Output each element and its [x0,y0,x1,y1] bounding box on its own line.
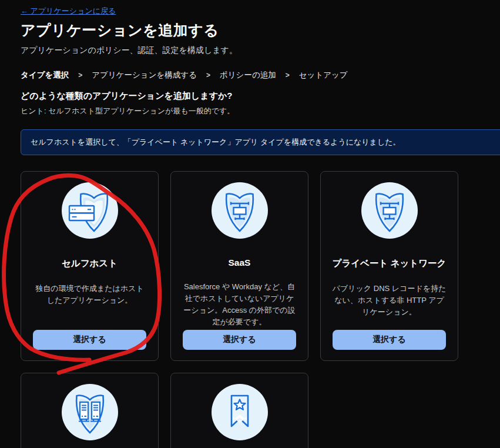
step-configure-application: アプリケーションを構成する [92,70,197,81]
select-button-private-network[interactable]: 選択する [333,330,446,350]
info-banner: セルフホストを選択して、「プライベート ネットワーク」アプリ タイプを構成できる… [21,129,500,155]
card-title-private-network: プライベート ネットワーク [333,258,447,270]
page-title: アプリケーションを追加する [21,21,500,40]
step-separator: > [78,71,82,79]
card-title-saas: SaaS [229,258,251,268]
select-button-self-hosted[interactable]: 選択する [33,330,146,350]
card-description-private-network: パブリック DNS レコードを持たない、ホストする非 HTTP アプリケーション… [331,283,447,318]
step-setup: セットアップ [299,70,348,81]
shield-racks-icon [62,384,118,440]
question-hint: ヒント: セルフホスト型アプリケーションが最も一般的です。 [21,106,500,116]
back-to-applications-link[interactable]: ← アプリケーションに戻る [21,6,116,16]
step-select-type: タイプを選択 [21,70,69,81]
card-partial-bookmark [170,373,308,448]
select-button-saas[interactable]: 選択する [183,330,296,350]
add-application-page: ← アプリケーションに戻る アプリケーションを追加する アプリケーションのポリシ… [0,0,500,448]
step-separator: > [206,71,210,79]
shield-server-icon [62,182,118,239]
card-private-network: プライベート ネットワーク パブリック DNS レコードを持たない、ホストする非… [320,171,458,361]
card-description-saas: Salesforce や Workday など、自社でホストしていないアプリケー… [182,281,297,329]
page-subtitle: アプリケーションのポリシー、認証、設定を構成します。 [21,45,500,56]
card-title-self-hosted: セルフホスト [62,258,118,270]
card-saas: SaaS Salesforce や Workday など、自社でホストしていない… [170,171,308,361]
card-self-hosted: セルフホスト 独自の環境で作成またはホストしたアプリケーション。 選択する [21,171,159,361]
wizard-steps: タイプを選択 > アプリケーションを構成する > ポリシーの追加 > セットアッ… [21,70,500,81]
application-type-cards: セルフホスト 独自の環境で作成またはホストしたアプリケーション。 選択する Sa… [21,171,500,448]
shield-stack-icon [361,182,418,239]
card-partial-shield-racks [21,373,159,448]
question-title: どのような種類のアプリケーションを追加しますか? [21,91,500,102]
shield-stack-icon [212,182,268,239]
bookmark-star-icon [212,384,268,440]
info-banner-text: セルフホストを選択して、「プライベート ネットワーク」アプリ タイプを構成できる… [31,138,401,146]
card-description-self-hosted: 独自の環境で作成またはホストしたアプリケーション。 [32,283,147,306]
step-add-policy: ポリシーの追加 [220,70,276,81]
step-separator: > [286,71,290,79]
